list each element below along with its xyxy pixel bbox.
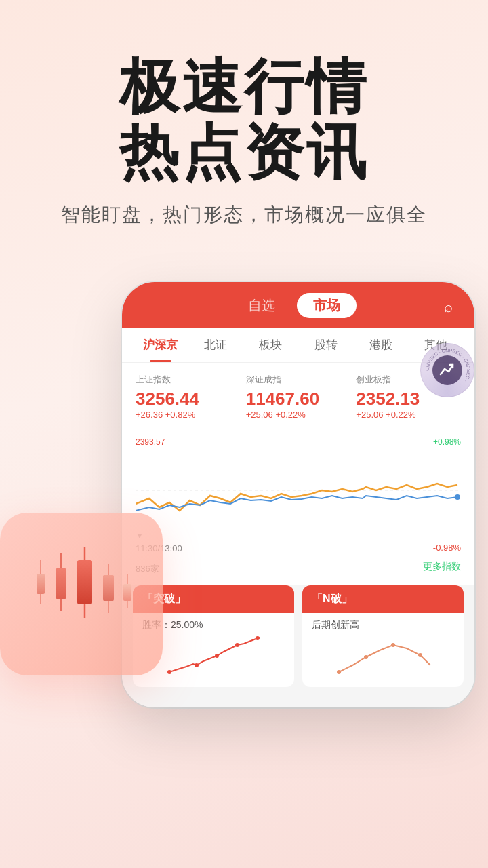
svg-rect-12 bbox=[37, 574, 45, 594]
candle-bg bbox=[0, 513, 163, 675]
index-shanghai[interactable]: 上证指数 3256.44 +26.36 +0.82% bbox=[136, 374, 241, 420]
chart-labels: 2393.57 +0.98% bbox=[136, 437, 461, 447]
app-nav: 自选 市场 bbox=[138, 293, 458, 328]
index-shanghai-name: 上证指数 bbox=[136, 374, 241, 386]
svg-point-9 bbox=[391, 643, 395, 647]
chart-neg-pct: -0.98% bbox=[433, 542, 461, 553]
hero-title: 极速行情 热点资讯 bbox=[27, 54, 461, 186]
phone-mockup: 自选 市场 ⌕ 沪深京 北证 板块 股转 港股 其他 上证指数 3256.44 … bbox=[14, 282, 474, 811]
svg-point-4 bbox=[215, 654, 219, 658]
index-chuanye-change: +25.06 +0.22% bbox=[356, 410, 461, 420]
card-npo-chart bbox=[312, 631, 454, 679]
tab-guzhan[interactable]: 股转 bbox=[298, 328, 353, 362]
svg-point-7 bbox=[337, 670, 341, 674]
card-npo[interactable]: 「N破」 后期创新高 bbox=[302, 585, 464, 687]
hero-subtitle: 智能盯盘，热门形态，市场概况一应俱全 bbox=[27, 202, 461, 228]
index-shenzhen-value: 11467.60 bbox=[246, 389, 351, 410]
hero-title-line2: 热点资讯 bbox=[119, 119, 369, 186]
card-npo-title: 「N破」 bbox=[312, 593, 352, 604]
svg-text:CNPSEC · CNPSEC · CNPSEC ·: CNPSEC · CNPSEC · CNPSEC · bbox=[425, 348, 471, 383]
tab-hushen[interactable]: 沪深京 bbox=[133, 328, 188, 362]
index-shanghai-value: 3256.44 bbox=[136, 389, 241, 410]
nav-market[interactable]: 市场 bbox=[297, 293, 357, 318]
app-header: 自选 市场 ⌕ bbox=[122, 282, 474, 328]
svg-point-5 bbox=[235, 643, 239, 647]
svg-rect-24 bbox=[123, 584, 131, 601]
candle-decoration bbox=[0, 513, 190, 703]
svg-point-10 bbox=[418, 653, 422, 657]
card-npo-text: 后期创新高 bbox=[312, 619, 359, 630]
index-row: 上证指数 3256.44 +26.36 +0.82% 深证成指 11467.60… bbox=[136, 374, 461, 420]
chart-top-pct: +0.98% bbox=[433, 437, 461, 447]
tab-bankuai[interactable]: 板块 bbox=[243, 328, 298, 362]
tab-beizhen[interactable]: 北证 bbox=[188, 328, 243, 362]
svg-point-3 bbox=[195, 663, 199, 667]
index-shenzhen[interactable]: 深证成指 11467.60 +25.06 +0.22% bbox=[246, 374, 351, 420]
index-shanghai-change: +26.36 +0.82% bbox=[136, 410, 241, 420]
watermark-circle: CNPSEC · CNPSEC · CNPSEC · bbox=[420, 343, 474, 397]
svg-point-8 bbox=[364, 655, 368, 659]
chart-top-value: 2393.57 bbox=[136, 437, 165, 447]
svg-rect-21 bbox=[103, 575, 114, 601]
more-indices-button[interactable]: 更多指数 bbox=[423, 559, 461, 578]
index-shenzhen-change: +25.06 +0.22% bbox=[246, 410, 351, 420]
card-npo-header: 「N破」 bbox=[302, 585, 464, 613]
hero-section: 极速行情 热点资讯 智能盯盘，热门形态，市场概况一应俱全 bbox=[0, 0, 488, 255]
watermark-text-svg: CNPSEC · CNPSEC · CNPSEC · bbox=[421, 344, 475, 398]
search-icon[interactable]: ⌕ bbox=[444, 298, 453, 316]
card-npo-body: 后期创新高 bbox=[302, 613, 464, 687]
index-shenzhen-name: 深证成指 bbox=[246, 374, 351, 386]
svg-rect-18 bbox=[77, 560, 92, 604]
nav-watchlist[interactable]: 自选 bbox=[240, 294, 283, 317]
hero-title-line1: 极速行情 bbox=[119, 53, 369, 120]
cnpsec-watermark: CNPSEC · CNPSEC · CNPSEC · bbox=[420, 343, 481, 404]
svg-point-1 bbox=[455, 494, 460, 500]
tab-ganggu[interactable]: 港股 bbox=[353, 328, 408, 362]
svg-rect-15 bbox=[56, 568, 66, 599]
svg-point-6 bbox=[256, 636, 260, 640]
candles-svg bbox=[20, 533, 142, 655]
